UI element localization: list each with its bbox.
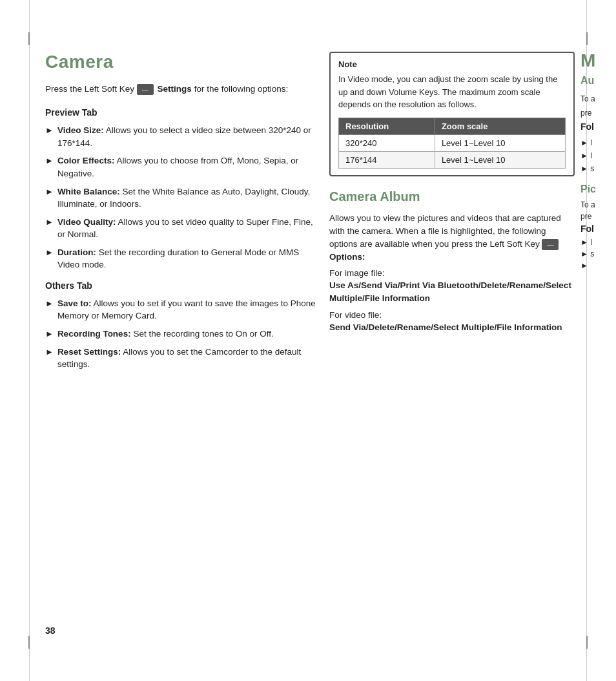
table-cell-zoom: Level 1~Level 10 xyxy=(435,134,565,151)
item-text: White Balance: Set the White Balance as … xyxy=(57,185,316,211)
far-right-bullet2: ► l xyxy=(580,151,616,160)
tick-bottom-left xyxy=(28,636,30,649)
album-intro-text: Allows you to view the pictures and vide… xyxy=(329,213,561,249)
item-term: White Balance: xyxy=(57,187,120,196)
preview-tab-title: Preview Tab xyxy=(45,107,316,118)
settings-label: Settings xyxy=(158,84,192,94)
far-right-b1: ► l xyxy=(580,238,616,247)
far-right-fol2: Fol xyxy=(580,224,616,234)
far-right-column: M Au To a pre Fol ► l ► l ► s Pic To a p… xyxy=(580,52,616,273)
table-row: 320*240 Level 1~Level 10 xyxy=(339,134,566,151)
preview-tab-list: ► Video Size: Allows you to select a vid… xyxy=(45,124,316,271)
list-item: ► White Balance: Set the White Balance a… xyxy=(45,185,316,211)
far-right-bullet1: ► l xyxy=(580,138,616,147)
item-term: Recording Tones: xyxy=(57,329,131,339)
item-text: Duration: Set the recording duration to … xyxy=(57,246,316,271)
tick-bottom-right xyxy=(586,636,588,649)
list-item: ► Save to: Allows you to set if you want… xyxy=(45,297,316,322)
page-edge-left xyxy=(29,0,30,681)
far-right-b3: ► xyxy=(580,261,616,270)
page-number: 38 xyxy=(45,625,56,636)
bullet-arrow: ► xyxy=(45,247,54,259)
table-cell-zoom: Level 1~Level 10 xyxy=(435,151,565,168)
table-header-zoom: Zoom scale xyxy=(435,118,565,134)
intro-suffix: for the following options: xyxy=(194,84,289,94)
list-item: ► Color Effects: Allows you to choose fr… xyxy=(45,154,316,180)
table-cell-res: 320*240 xyxy=(339,134,435,151)
far-right-to: To a xyxy=(580,93,616,105)
left-column: Camera Press the Left Soft Key — Setting… xyxy=(45,52,316,380)
list-item: ► Recording Tones: Set the recording ton… xyxy=(45,328,316,340)
note-label: Note xyxy=(338,59,566,69)
others-tab-title: Others Tab xyxy=(45,280,316,291)
for-image-label: For image file: xyxy=(329,268,575,278)
bullet-arrow: ► xyxy=(45,186,54,198)
tick-top-right xyxy=(586,32,588,45)
note-box: Note In Video mode, you can adjust the z… xyxy=(329,52,575,176)
list-item: ► Duration: Set the recording duration t… xyxy=(45,246,316,271)
album-intro: Allows you to view the pictures and vide… xyxy=(329,212,575,264)
table-cell-res: 176*144 xyxy=(339,151,435,168)
intro-paragraph: Press the Left Soft Key — Settings for t… xyxy=(45,83,316,96)
soft-key-icon: — xyxy=(137,84,154,95)
item-text: Video Size: Allows you to select a video… xyxy=(57,124,316,149)
page-title: Camera xyxy=(45,52,316,72)
for-video-label: For video file: xyxy=(329,310,575,320)
far-right-au: Au xyxy=(580,75,616,87)
resolution-table: Resolution Zoom scale 320*240 Level 1~Le… xyxy=(338,118,566,169)
note-text: In Video mode, you can adjust the zoom s… xyxy=(338,73,566,111)
intro-prefix: Press the Left Soft Key xyxy=(45,84,134,94)
far-right-to-a: To a xyxy=(580,200,616,209)
far-right-pic: Pic xyxy=(580,183,616,195)
table-header-resolution: Resolution xyxy=(339,118,435,134)
item-term: Video Quality: xyxy=(57,217,116,227)
right-column: Note In Video mode, you can adjust the z… xyxy=(329,52,575,339)
item-term: Reset Settings: xyxy=(57,347,121,357)
others-tab-list: ► Save to: Allows you to set if you want… xyxy=(45,297,316,371)
camera-album-title: Camera Album xyxy=(329,189,575,204)
far-right-pre: pre xyxy=(580,107,616,119)
far-right-fol: Fol xyxy=(580,121,616,132)
list-item: ► Reset Settings: Allows you to set the … xyxy=(45,346,316,371)
item-term: Color Effects: xyxy=(57,156,115,165)
item-term: Save to: xyxy=(57,299,92,308)
item-term: Duration: xyxy=(57,247,96,257)
options-label: Options: xyxy=(329,252,365,262)
list-item: ► Video Size: Allows you to select a vid… xyxy=(45,124,316,149)
far-right-title: M xyxy=(580,52,616,70)
bullet-arrow: ► xyxy=(45,328,54,340)
bullet-arrow: ► xyxy=(45,298,54,310)
video-options: Send Via/Delete/Rename/Select Multiple/F… xyxy=(329,321,575,334)
soft-key-icon-album: — xyxy=(542,239,559,250)
bullet-arrow: ► xyxy=(45,155,54,167)
table-row: 176*144 Level 1~Level 10 xyxy=(339,151,566,168)
far-right-b2: ► s xyxy=(580,249,616,258)
bullet-arrow: ► xyxy=(45,346,54,359)
item-term: Video Size: xyxy=(57,125,104,135)
bullet-arrow: ► xyxy=(45,216,54,229)
item-text: Color Effects: Allows you to choose from… xyxy=(57,154,316,180)
item-text: Reset Settings: Allows you to set the Ca… xyxy=(57,346,316,371)
image-options: Use As/Send Via/Print Via Bluetooth/Dele… xyxy=(329,279,575,306)
bullet-arrow: ► xyxy=(45,125,54,137)
item-text: Video Quality: Allows you to set video q… xyxy=(57,216,316,241)
item-text: Save to: Allows you to set if you want t… xyxy=(57,297,316,322)
far-right-bullet3: ► s xyxy=(580,164,616,173)
tick-top-left xyxy=(28,32,30,45)
item-text: Recording Tones: Set the recording tones… xyxy=(57,328,274,340)
list-item: ► Video Quality: Allows you to set video… xyxy=(45,216,316,241)
far-right-pre2: pre xyxy=(580,212,616,221)
